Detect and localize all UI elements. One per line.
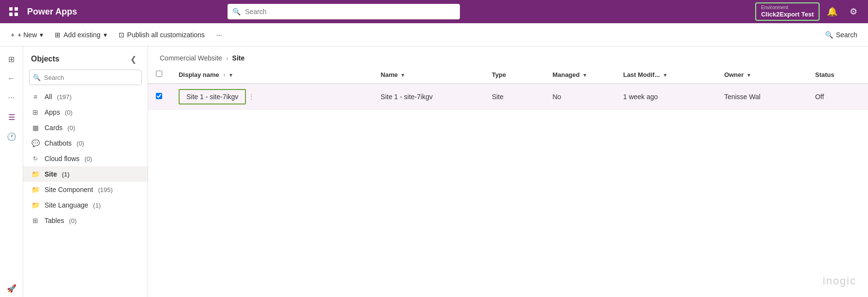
- sidebar-item-all[interactable]: ≡ All (197): [23, 89, 148, 104]
- col-header-display[interactable]: Display name ↑ ▾: [171, 66, 373, 84]
- col-header-managed[interactable]: Managed ▾: [545, 66, 615, 84]
- new-plus-icon: +: [11, 31, 15, 39]
- modified-sort-arrow-icon[interactable]: ▾: [664, 72, 667, 78]
- cards-icon: ▦: [31, 124, 40, 132]
- col-header-owner[interactable]: Owner ▾: [716, 66, 807, 84]
- secondary-search-button[interactable]: 🔍 Search: [820, 28, 862, 42]
- rail-deploy-icon[interactable]: 🚀: [3, 280, 20, 297]
- site-icon: 📁: [31, 170, 40, 178]
- svg-rect-0: [9, 7, 13, 11]
- environment-name: Click2Export Test: [761, 11, 814, 19]
- select-all-checkbox[interactable]: [156, 71, 162, 77]
- sidebar: Objects ❮ 🔍 ≡ All (197) ⊞ Apps (0) ▦ Car…: [23, 46, 148, 297]
- sidebar-item-apps[interactable]: ⊞ Apps (0): [23, 104, 148, 120]
- rail-objects-icon[interactable]: ☰: [3, 108, 20, 126]
- svg-rect-1: [15, 7, 18, 11]
- sidebar-item-site-component[interactable]: 📁 Site Component (195): [23, 182, 148, 197]
- new-label: + New: [17, 31, 37, 39]
- rail-back-icon[interactable]: ←: [3, 70, 20, 87]
- more-dots-icon: ···: [216, 31, 222, 39]
- row-owner: Tenisse Wal: [724, 93, 761, 101]
- add-existing-icon: ⊞: [55, 31, 61, 39]
- row-managed-cell: No: [545, 84, 615, 110]
- publish-icon: ⊡: [119, 31, 124, 39]
- col-owner-label: Owner: [724, 71, 744, 78]
- sidebar-item-apps-count: (0): [65, 109, 73, 116]
- sidebar-item-chatbots[interactable]: 💬 Chatbots (0): [23, 135, 148, 151]
- secondary-search-label: Search: [836, 31, 857, 39]
- new-button[interactable]: + + New ▾: [6, 28, 48, 42]
- publish-button[interactable]: ⊡ Publish all customizations: [114, 28, 210, 42]
- rail-history-icon[interactable]: 🕐: [3, 128, 20, 145]
- cloud-flows-icon: ↻: [31, 155, 40, 162]
- environment-badge[interactable]: Environment Click2Export Test: [755, 2, 820, 21]
- owner-sort-arrow-icon[interactable]: ▾: [747, 72, 750, 78]
- main-layout: ⊞ ← ··· ☰ 🕐 🚀 Objects ❮ 🔍 ≡ All (197) ⊞ …: [0, 46, 868, 297]
- sidebar-search-box: 🔍: [29, 70, 142, 85]
- col-header-name[interactable]: Name ▾: [373, 66, 484, 84]
- site-component-icon: 📁: [31, 186, 40, 193]
- sidebar-item-cloud-flows[interactable]: ↻ Cloud flows (0): [23, 151, 148, 166]
- sidebar-item-site-language-count: (1): [93, 202, 101, 209]
- row-modified-cell: 1 week ago: [615, 84, 716, 110]
- col-type-label: Type: [492, 71, 506, 78]
- chatbots-icon: 💬: [31, 139, 40, 147]
- sidebar-item-tables-count: (0): [69, 217, 76, 224]
- data-table: Display name ↑ ▾ Name ▾ Type Managed: [148, 66, 868, 297]
- svg-rect-3: [15, 13, 18, 16]
- display-sort-arrow-icon[interactable]: ▾: [229, 72, 232, 78]
- settings-button[interactable]: ⚙: [845, 3, 862, 20]
- content-area: Commercial Website › Site Display name ↑…: [148, 46, 868, 297]
- row-checkbox-cell[interactable]: [148, 84, 171, 110]
- row-name: Site 1 - site-7ikgv: [381, 93, 432, 101]
- row-actions-icon[interactable]: ⋮: [248, 93, 255, 101]
- sidebar-item-cards-count: (0): [67, 124, 75, 132]
- sidebar-item-chatbots-count: (0): [76, 140, 84, 147]
- col-header-checkbox[interactable]: [148, 66, 171, 84]
- row-managed: No: [552, 93, 561, 101]
- more-actions-button[interactable]: ···: [212, 28, 227, 42]
- sidebar-item-all-count: (197): [57, 93, 72, 101]
- row-status: Off: [815, 93, 824, 101]
- col-header-type: Type: [484, 66, 545, 84]
- grid-icon[interactable]: [6, 4, 21, 19]
- managed-sort-arrow-icon[interactable]: ▾: [583, 72, 586, 78]
- sidebar-collapse-button[interactable]: ❮: [126, 52, 140, 66]
- sidebar-item-site[interactable]: 📁 Site (1): [23, 166, 148, 182]
- row-checkbox[interactable]: [156, 93, 162, 99]
- row-status-cell: Off: [807, 84, 868, 110]
- col-display-label: Display name: [179, 71, 219, 78]
- row-display-name: Site 1 - site-7ikgv: [179, 89, 246, 104]
- sidebar-item-tables[interactable]: ⊞ Tables (0): [23, 213, 148, 228]
- sidebar-item-cloud-flows-label: Cloud flows: [45, 155, 79, 163]
- site-language-icon: 📁: [31, 201, 40, 209]
- sidebar-item-site-label: Site: [45, 170, 57, 178]
- sidebar-item-all-label: All: [45, 93, 52, 101]
- breadcrumb-parent-link[interactable]: Commercial Website: [160, 54, 222, 62]
- col-name-label: Name: [381, 71, 397, 78]
- notifications-button[interactable]: 🔔: [823, 3, 841, 20]
- sidebar-search-input[interactable]: [29, 70, 142, 85]
- sidebar-item-site-language[interactable]: 📁 Site Language (1): [23, 197, 148, 213]
- sidebar-item-site-component-count: (195): [98, 186, 112, 193]
- name-sort-arrow-icon[interactable]: ▾: [401, 72, 404, 78]
- secondary-toolbar: + + New ▾ ⊞ Add existing ▾ ⊡ Publish all…: [0, 23, 868, 46]
- rail-dots-icon[interactable]: ···: [3, 89, 20, 106]
- col-header-modified[interactable]: Last Modif... ▾: [615, 66, 716, 84]
- sidebar-nav: ≡ All (197) ⊞ Apps (0) ▦ Cards (0) 💬 Cha…: [23, 89, 148, 297]
- sidebar-item-cards[interactable]: ▦ Cards (0): [23, 120, 148, 135]
- sidebar-item-site-count: (1): [62, 171, 70, 178]
- table-row[interactable]: Site 1 - site-7ikgv ⋮ Site 1 - site-7ikg…: [148, 84, 868, 110]
- row-display-cell[interactable]: Site 1 - site-7ikgv ⋮: [171, 84, 373, 110]
- global-search-input[interactable]: [228, 4, 460, 19]
- sidebar-item-tables-label: Tables: [45, 217, 64, 224]
- col-status-label: Status: [815, 71, 835, 78]
- rail-home-icon[interactable]: ⊞: [3, 50, 20, 68]
- environment-label: Environment: [761, 4, 788, 11]
- sidebar-item-site-component-label: Site Component: [45, 186, 93, 193]
- add-existing-button[interactable]: ⊞ Add existing ▾: [50, 28, 111, 42]
- global-search-icon: 🔍: [232, 8, 241, 15]
- breadcrumb-current: Site: [232, 54, 245, 62]
- breadcrumb-separator: ›: [226, 54, 228, 62]
- svg-rect-2: [9, 13, 13, 16]
